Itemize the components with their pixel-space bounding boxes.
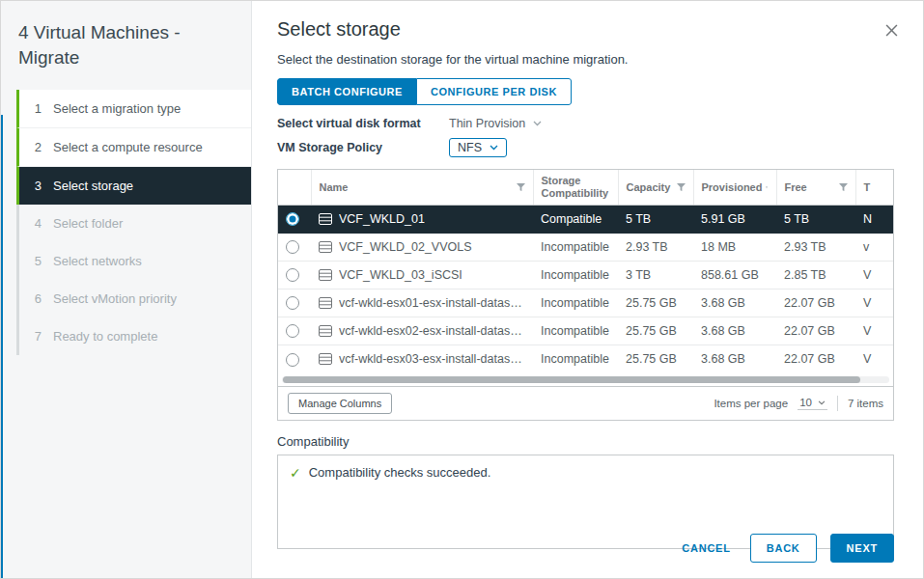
grid-header-row: Name Storage Compatibility Capacity Prov…: [278, 170, 893, 206]
step-number: 5: [32, 254, 42, 268]
chevron-down-icon: [818, 400, 826, 405]
step-number: 1: [32, 101, 42, 116]
wizard-sidebar: 4 Virtual Machines - Migrate 1 Select a …: [1, 1, 252, 578]
back-button[interactable]: BACK: [750, 534, 817, 563]
storage-options-form: Select virtual disk format Thin Provisio…: [277, 117, 894, 157]
capacity-cell: 25.75 GB: [618, 317, 693, 345]
datastore-name: VCF_WKLD_02_VVOLS: [339, 240, 472, 254]
table-row[interactable]: vcf-wkld-esx01-esx-install-datastore Inc…: [278, 290, 893, 317]
type-cell: V: [855, 317, 893, 345]
row-radio[interactable]: [286, 296, 299, 310]
cancel-button[interactable]: CANCEL: [676, 534, 736, 563]
provisioned-cell: 3.68 GB: [693, 345, 776, 373]
tab-batch-configure[interactable]: BATCH CONFIGURE: [277, 78, 417, 105]
disk-format-label: Select virtual disk format: [277, 117, 449, 130]
migrate-wizard-dialog: 4 Virtual Machines - Migrate 1 Select a …: [1, 1, 923, 578]
step-label: Select a compute resource: [53, 140, 203, 154]
wizard-step-6[interactable]: 6 Select vMotion priority: [16, 280, 251, 317]
datastore-name: vcf-wkld-esx02-esx-install-datastore: [339, 324, 525, 338]
step-label: Ready to complete: [53, 329, 157, 344]
storage-policy-label: VM Storage Policy: [277, 141, 449, 154]
wizard-step-2[interactable]: 2 Select a compute resource: [16, 128, 251, 167]
column-header-free[interactable]: Free: [776, 170, 855, 206]
datastore-icon: [319, 297, 332, 309]
compatibility-message: Compatibility checks succeeded.: [309, 465, 491, 480]
page-title: Select storage: [277, 18, 894, 41]
storage-compatibility-cell: Compatible: [533, 206, 618, 234]
free-cell: 5 TB: [776, 206, 855, 234]
wizard-steps: 1 Select a migration type 2 Select a com…: [16, 90, 251, 355]
items-per-page-select[interactable]: 10: [798, 396, 827, 410]
filter-icon[interactable]: [677, 183, 686, 192]
items-per-page-value: 10: [799, 397, 812, 408]
row-radio[interactable]: [286, 240, 299, 254]
grid-body: VCF_WKLD_01 Compatible 5 TB 5.91 GB 5 TB…: [278, 206, 893, 373]
datastore-icon: [319, 269, 332, 281]
filter-icon[interactable]: [517, 183, 525, 192]
row-radio[interactable]: [286, 324, 299, 338]
background-edge: [1, 115, 3, 578]
wizard-title: 4 Virtual Machines - Migrate: [1, 16, 251, 90]
row-radio[interactable]: [286, 212, 299, 226]
table-row[interactable]: VCF_WKLD_03_iSCSI Incompatible 3 TB 858.…: [278, 262, 893, 290]
step-label: Select networks: [53, 254, 142, 268]
provisioned-cell: 3.68 GB: [693, 317, 776, 345]
wizard-step-7[interactable]: 7 Ready to complete: [16, 317, 251, 355]
storage-compatibility-cell: Incompatible: [533, 290, 618, 317]
row-radio[interactable]: [286, 353, 299, 367]
step-number: 7: [32, 329, 42, 344]
storage-compatibility-cell: Incompatible: [533, 345, 618, 373]
step-label: Select vMotion priority: [53, 291, 177, 306]
storage-compatibility-cell: Incompatible: [533, 262, 618, 290]
datastore-icon: [319, 325, 332, 337]
step-number: 4: [32, 216, 42, 231]
column-header-name[interactable]: Name: [311, 170, 533, 206]
table-row[interactable]: VCF_WKLD_02_VVOLS Incompatible 2.93 TB 1…: [278, 234, 893, 262]
next-button[interactable]: NEXT: [830, 534, 894, 563]
scrollbar-thumb[interactable]: [283, 376, 860, 383]
datastore-icon: [319, 353, 332, 365]
capacity-cell: 2.93 TB: [618, 234, 693, 262]
items-per-page-label: Items per page: [714, 398, 788, 409]
column-header-type[interactable]: T: [855, 170, 893, 206]
storage-compatibility-cell: Incompatible: [533, 317, 618, 345]
provisioned-cell: 5.91 GB: [693, 206, 776, 234]
datastore-name: VCF_WKLD_03_iSCSI: [339, 268, 462, 282]
provisioned-cell: 3.68 GB: [693, 290, 776, 317]
table-row[interactable]: vcf-wkld-esx02-esx-install-datastore Inc…: [278, 317, 893, 345]
disk-format-select[interactable]: Thin Provision: [449, 117, 542, 130]
manage-columns-button[interactable]: Manage Columns: [288, 393, 392, 414]
wizard-actions: CANCEL BACK NEXT: [676, 534, 894, 563]
wizard-step-3[interactable]: 3 Select storage: [16, 167, 251, 205]
column-header-provisioned[interactable]: Provisioned: [693, 170, 776, 206]
free-cell: 22.07 GB: [776, 317, 855, 345]
step-label: Select a migration type: [53, 101, 181, 116]
close-icon[interactable]: [882, 20, 902, 41]
filter-icon[interactable]: [839, 183, 848, 192]
success-check-icon: ✓: [290, 465, 301, 481]
table-row[interactable]: vcf-wkld-esx03-esx-install-datastore Inc…: [278, 345, 893, 373]
free-cell: 22.07 GB: [776, 345, 855, 373]
datastore-icon: [319, 241, 332, 253]
horizontal-scrollbar[interactable]: [278, 373, 893, 386]
capacity-cell: 5 TB: [618, 206, 693, 234]
table-row[interactable]: VCF_WKLD_01 Compatible 5 TB 5.91 GB 5 TB…: [278, 206, 893, 234]
tab-configure-per-disk[interactable]: CONFIGURE PER DISK: [417, 78, 572, 105]
row-radio[interactable]: [286, 268, 299, 282]
wizard-step-5[interactable]: 5 Select networks: [16, 242, 251, 280]
step-label: Select storage: [53, 179, 133, 193]
items-count: 7 items: [848, 398, 883, 409]
wizard-step-4[interactable]: 4 Select folder: [16, 205, 251, 242]
datastore-icon: [319, 213, 332, 225]
storage-policy-select[interactable]: NFS: [449, 138, 507, 157]
column-header-capacity[interactable]: Capacity: [618, 170, 693, 206]
datastore-name: vcf-wkld-esx03-esx-install-datastore: [339, 352, 525, 366]
filter-icon[interactable]: [766, 183, 768, 192]
column-header-storage-compatibility[interactable]: Storage Compatibility: [533, 170, 618, 206]
chevron-down-icon: [533, 121, 542, 126]
storage-compatibility-cell: Incompatible: [533, 234, 618, 262]
free-cell: 22.07 GB: [776, 290, 855, 317]
wizard-step-1[interactable]: 1 Select a migration type: [16, 90, 251, 128]
wizard-content: Select storage Select the destination st…: [252, 1, 923, 578]
chevron-down-icon: [490, 145, 498, 151]
